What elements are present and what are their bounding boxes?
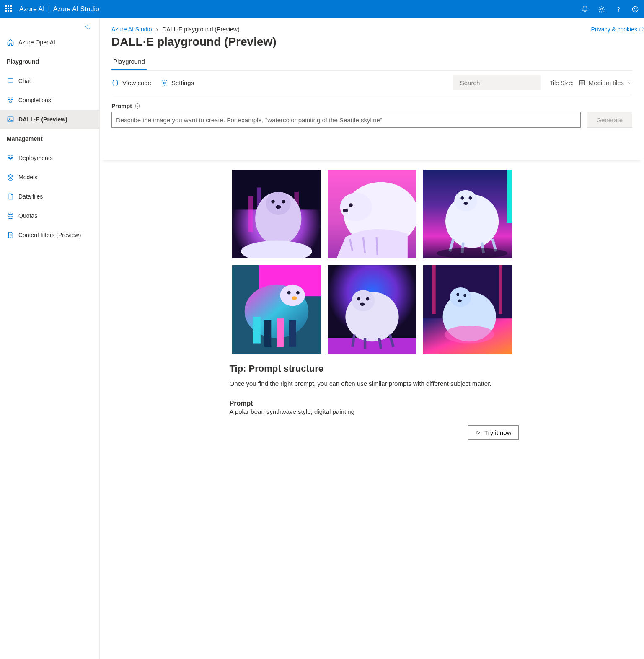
- gear-icon[interactable]: [598, 5, 605, 13]
- example-label: Prompt: [230, 400, 519, 407]
- view-code-button[interactable]: View code: [111, 79, 151, 87]
- sidebar-item-models[interactable]: Models: [0, 168, 99, 187]
- help-icon[interactable]: [615, 5, 622, 13]
- svg-point-59: [357, 297, 360, 301]
- svg-rect-15: [579, 80, 582, 83]
- image-icon: [7, 116, 14, 123]
- sidebar-item-quotas[interactable]: Quotas: [0, 206, 99, 225]
- svg-rect-17: [579, 83, 582, 85]
- page-title: DALL·E playground (Preview): [111, 35, 632, 49]
- svg-point-50: [292, 296, 297, 300]
- external-link-icon: [639, 27, 644, 32]
- chevron-down-icon: [627, 80, 632, 85]
- sidebar-item-deployments[interactable]: Deployments: [0, 148, 99, 168]
- breadcrumb-current: DALL·E playground (Preview): [162, 26, 239, 33]
- bell-icon[interactable]: [581, 5, 589, 13]
- search-box[interactable]: [453, 75, 541, 90]
- svg-point-0: [601, 8, 603, 10]
- feedback-smile-icon[interactable]: [631, 5, 639, 13]
- image-gallery: [221, 170, 523, 354]
- toolbar: View code Settings Tile Size: Medium til…: [111, 71, 632, 95]
- svg-point-26: [266, 192, 290, 215]
- play-icon: [475, 430, 481, 436]
- generated-image-6[interactable]: [423, 265, 512, 354]
- svg-point-3: [634, 8, 634, 9]
- generated-image-4[interactable]: [232, 265, 321, 354]
- app-launcher-icon[interactable]: [5, 5, 13, 13]
- svg-point-9: [9, 118, 10, 119]
- generated-image-2[interactable]: [328, 170, 416, 258]
- svg-rect-64: [432, 265, 435, 314]
- main-content: Azure AI Studio › DALL·E playground (Pre…: [100, 18, 644, 659]
- database-icon: [7, 212, 14, 220]
- tip-block: Tip: Prompt structure Once you find the …: [230, 363, 519, 440]
- sidebar-link-azure-openai[interactable]: Azure OpenAI: [0, 33, 99, 52]
- svg-point-13: [163, 82, 166, 84]
- settings-button[interactable]: Settings: [160, 79, 194, 87]
- sidebar-item-label: Content filters (Preview): [18, 232, 81, 238]
- svg-rect-8: [8, 117, 13, 122]
- sidebar-item-contentfilters[interactable]: Content filters (Preview): [0, 225, 99, 245]
- svg-point-12: [8, 213, 13, 215]
- sidebar-item-label: Quotas: [18, 212, 37, 219]
- top-bar: Azure AI|Azure AI Studio: [0, 0, 644, 18]
- sidebar-section-playground: Playground: [0, 52, 99, 71]
- svg-point-69: [463, 294, 466, 297]
- sidebar-item-datafiles[interactable]: Data files: [0, 187, 99, 206]
- chat-icon: [7, 77, 14, 85]
- svg-rect-22: [248, 196, 253, 232]
- generated-image-1[interactable]: [232, 170, 321, 258]
- search-input[interactable]: [460, 79, 540, 86]
- svg-point-61: [360, 302, 365, 306]
- tile-size-label: Tile Size:: [550, 80, 574, 86]
- generate-button[interactable]: Generate: [587, 112, 632, 128]
- svg-point-27: [271, 200, 274, 203]
- sidebar: Azure OpenAI Playground Chat Completions…: [0, 18, 100, 659]
- svg-point-7: [10, 101, 12, 103]
- brand-title: Azure AI|Azure AI Studio: [19, 5, 99, 13]
- sidebar-item-label: Deployments: [18, 155, 53, 161]
- try-it-now-button[interactable]: Try it now: [468, 425, 518, 440]
- tab-playground[interactable]: Playground: [111, 54, 147, 70]
- svg-point-41: [468, 196, 472, 200]
- svg-point-39: [454, 190, 477, 212]
- sidebar-item-label: Completions: [18, 97, 51, 103]
- svg-point-29: [275, 205, 281, 209]
- sidebar-item-dalle[interactable]: DALL·E (Preview): [0, 110, 99, 129]
- sidebar-item-label: DALL·E (Preview): [18, 116, 67, 123]
- svg-rect-54: [289, 320, 296, 347]
- svg-rect-16: [582, 80, 584, 83]
- svg-point-1: [618, 11, 618, 11]
- svg-rect-51: [253, 317, 260, 344]
- sidebar-item-completions[interactable]: Completions: [0, 90, 99, 110]
- tile-size-select[interactable]: Medium tiles: [579, 79, 632, 86]
- sidebar-section-management: Management: [0, 129, 99, 148]
- svg-rect-11: [11, 155, 13, 158]
- sidebar-item-chat[interactable]: Chat: [0, 71, 99, 90]
- svg-point-71: [444, 326, 494, 343]
- breadcrumb-root[interactable]: Azure AI Studio: [111, 26, 152, 33]
- generated-image-5[interactable]: [328, 265, 416, 354]
- svg-point-43: [436, 248, 507, 258]
- svg-rect-18: [582, 83, 584, 85]
- grid-icon: [579, 80, 585, 86]
- prompt-input[interactable]: [111, 112, 581, 128]
- chevron-right-icon: ›: [156, 26, 158, 33]
- generated-image-3[interactable]: [423, 170, 512, 258]
- completions-icon: [7, 96, 14, 104]
- svg-point-60: [366, 297, 369, 301]
- document-icon: [7, 231, 14, 239]
- info-icon[interactable]: [134, 103, 140, 109]
- sidebar-item-label: Data files: [18, 193, 43, 200]
- svg-point-35: [343, 209, 348, 212]
- svg-point-48: [287, 291, 290, 295]
- privacy-link[interactable]: Privacy & cookies: [591, 26, 644, 33]
- home-icon: [7, 39, 14, 46]
- svg-point-40: [460, 196, 464, 200]
- svg-point-68: [456, 293, 459, 296]
- deployments-icon: [7, 154, 14, 162]
- svg-point-4: [636, 8, 636, 9]
- svg-point-42: [463, 202, 468, 205]
- svg-point-49: [296, 291, 300, 295]
- collapse-sidebar-icon[interactable]: [84, 23, 91, 30]
